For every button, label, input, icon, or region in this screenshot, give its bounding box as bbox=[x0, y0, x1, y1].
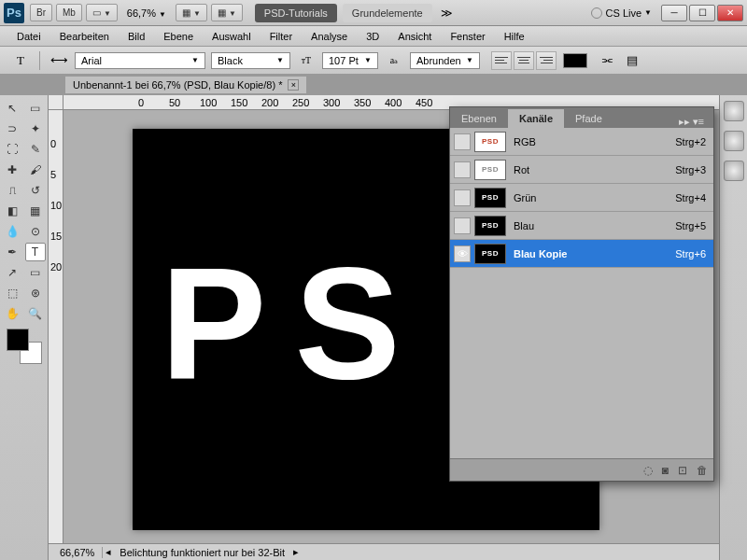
options-bar: T ⟷ Arial▼ Black▼ тT 107 Pt▼ aₐ Abrunden… bbox=[0, 47, 747, 75]
align-center-button[interactable] bbox=[514, 51, 534, 70]
font-family-select[interactable]: Arial▼ bbox=[75, 52, 205, 69]
bridge-button[interactable]: Br bbox=[30, 4, 52, 21]
channel-thumbnail: PSD bbox=[474, 132, 506, 152]
adjustments-panel-icon[interactable] bbox=[724, 161, 744, 181]
crop-tool[interactable]: ⛶ bbox=[2, 140, 22, 159]
antialias-select[interactable]: Abrunden▼ bbox=[410, 52, 480, 69]
channel-gruen[interactable]: PSD Grün Strg+4 bbox=[450, 184, 713, 212]
close-button[interactable]: ✕ bbox=[717, 5, 743, 21]
channel-rgb[interactable]: PSD RGB Strg+2 bbox=[450, 128, 713, 156]
tab-pfade[interactable]: Pfade bbox=[564, 109, 613, 128]
swatches-panel-icon[interactable] bbox=[724, 131, 744, 151]
document-tab-bar: Unbenannt-1 bei 66,7% (PSD, Blau Kopie/8… bbox=[0, 75, 747, 95]
menu-bearbeiten[interactable]: Bearbeiten bbox=[50, 31, 119, 42]
align-left-button[interactable] bbox=[491, 51, 512, 70]
menu-analyse[interactable]: Analyse bbox=[302, 31, 357, 42]
pen-tool[interactable]: ✒ bbox=[2, 243, 22, 261]
load-selection-icon[interactable]: ◌ bbox=[643, 464, 653, 477]
color-picker[interactable] bbox=[7, 329, 42, 364]
text-orientation-icon[interactable]: ⟷ bbox=[49, 50, 69, 71]
extras-button[interactable]: ▦▼ bbox=[211, 4, 243, 21]
lasso-tool[interactable]: ⊃ bbox=[2, 119, 22, 138]
channel-blau[interactable]: PSD Blau Strg+5 bbox=[450, 212, 713, 240]
channel-list: PSD RGB Strg+2 PSD Rot Strg+3 PSD Grün S… bbox=[450, 128, 713, 458]
healing-tool[interactable]: ✚ bbox=[2, 161, 22, 179]
hand-tool[interactable]: ✋ bbox=[2, 304, 22, 323]
visibility-toggle[interactable] bbox=[454, 189, 471, 206]
3d-camera-tool[interactable]: ⊛ bbox=[25, 284, 46, 302]
path-select-tool[interactable]: ↗ bbox=[2, 263, 22, 282]
align-right-button[interactable] bbox=[536, 51, 557, 70]
color-panel-icon[interactable] bbox=[724, 101, 744, 121]
ps-logo: Ps bbox=[4, 3, 24, 23]
menu-hilfe[interactable]: Hilfe bbox=[495, 31, 534, 42]
channel-thumbnail: PSD bbox=[474, 188, 506, 208]
stamp-tool[interactable]: ⎍ bbox=[2, 181, 22, 200]
zoom-tool[interactable]: 🔍 bbox=[25, 304, 46, 323]
delete-channel-icon[interactable]: 🗑 bbox=[697, 464, 708, 477]
3d-tool[interactable]: ⬚ bbox=[2, 284, 22, 302]
brush-tool[interactable]: 🖌 bbox=[25, 161, 46, 179]
workspace-grundelemente[interactable]: Grundelemente bbox=[343, 4, 432, 22]
workspace-more[interactable]: ≫ bbox=[435, 7, 458, 20]
menu-auswahl[interactable]: Auswahl bbox=[203, 31, 261, 42]
tab-ebenen[interactable]: Ebenen bbox=[450, 109, 508, 128]
marquee-tool[interactable]: ▭ bbox=[25, 99, 46, 118]
menu-fenster[interactable]: Fenster bbox=[441, 31, 494, 42]
visibility-toggle[interactable] bbox=[454, 133, 471, 150]
menu-ansicht[interactable]: Ansicht bbox=[388, 31, 441, 42]
menu-ebene[interactable]: Ebene bbox=[154, 31, 203, 42]
minimize-button[interactable]: ─ bbox=[661, 5, 687, 21]
menu-bild[interactable]: Bild bbox=[119, 31, 154, 42]
right-dock bbox=[719, 95, 747, 560]
move-tool[interactable]: ↖ bbox=[2, 99, 22, 118]
document-tab[interactable]: Unbenannt-1 bei 66,7% (PSD, Blau Kopie/8… bbox=[65, 77, 306, 93]
warp-text-icon[interactable]: ⫘ bbox=[596, 50, 616, 71]
dodge-tool[interactable]: ⊙ bbox=[25, 222, 46, 241]
close-tab-icon[interactable]: × bbox=[288, 79, 299, 91]
visibility-toggle[interactable] bbox=[454, 217, 471, 234]
panel-menu-icon[interactable]: ▸▸ ▾≡ bbox=[669, 116, 713, 128]
text-tool[interactable]: T bbox=[25, 243, 46, 261]
zoom-display[interactable]: 66,7%▼ bbox=[120, 7, 174, 19]
visibility-toggle[interactable]: 👁 bbox=[454, 245, 471, 262]
text-tool-icon[interactable]: T bbox=[10, 50, 31, 71]
magic-wand-tool[interactable]: ✦ bbox=[25, 119, 46, 138]
font-size-select[interactable]: 107 Pt▼ bbox=[322, 52, 378, 69]
font-weight-select[interactable]: Black▼ bbox=[211, 52, 290, 69]
statusbar: 66,67% ◂ Belichtung funktioniert nur bei… bbox=[49, 543, 719, 560]
toolbox: ↖ ▭ ⊃ ✦ ⛶ ✎ ✚ 🖌 ⎍ ↺ ◧ ▦ 💧 ⊙ ✒ T ↗ ▭ ⬚ ⊛ … bbox=[0, 95, 49, 560]
ruler-corner bbox=[49, 95, 63, 110]
menu-3d[interactable]: 3D bbox=[357, 31, 388, 42]
eraser-tool[interactable]: ◧ bbox=[2, 202, 22, 220]
status-zoom[interactable]: 66,67% bbox=[52, 547, 103, 558]
visibility-toggle[interactable] bbox=[454, 161, 471, 178]
minibridge-button[interactable]: Mb bbox=[56, 4, 82, 21]
maximize-button[interactable]: ☐ bbox=[689, 5, 715, 21]
tab-kanaele[interactable]: Kanäle bbox=[508, 109, 564, 128]
status-info: Belichtung funktioniert nur bei 32-Bit bbox=[114, 547, 290, 558]
cslive-button[interactable]: CS Live▼ bbox=[591, 7, 652, 19]
antialias-icon: aₐ bbox=[384, 50, 404, 71]
channel-rot[interactable]: PSD Rot Strg+3 bbox=[450, 156, 713, 184]
save-selection-icon[interactable]: ◙ bbox=[662, 464, 669, 477]
channel-blau-kopie[interactable]: 👁 PSD Blau Kopie Strg+6 bbox=[450, 240, 713, 268]
status-nav-right-icon[interactable]: ▸ bbox=[290, 546, 302, 558]
arrange-button[interactable]: ▦▼ bbox=[176, 4, 207, 21]
menubar: Datei Bearbeiten Bild Ebene Auswahl Filt… bbox=[0, 26, 747, 47]
new-channel-icon[interactable]: ⊡ bbox=[678, 464, 687, 477]
menu-filter[interactable]: Filter bbox=[261, 31, 302, 42]
history-brush-tool[interactable]: ↺ bbox=[25, 181, 46, 200]
text-color-swatch[interactable] bbox=[563, 53, 587, 68]
status-nav-left-icon[interactable]: ◂ bbox=[103, 546, 114, 558]
text-cursor-icon: I bbox=[403, 217, 407, 233]
gradient-tool[interactable]: ▦ bbox=[25, 202, 46, 220]
eyedropper-tool[interactable]: ✎ bbox=[25, 140, 46, 159]
workspace-tutorials[interactable]: PSD-Tutorials bbox=[255, 4, 337, 22]
shape-tool[interactable]: ▭ bbox=[25, 263, 46, 282]
blur-tool[interactable]: 💧 bbox=[2, 222, 22, 241]
screen-mode-button[interactable]: ▭▼ bbox=[86, 4, 118, 21]
menu-datei[interactable]: Datei bbox=[7, 31, 50, 42]
foreground-color[interactable] bbox=[7, 329, 29, 351]
character-panel-icon[interactable]: ▤ bbox=[622, 50, 642, 71]
